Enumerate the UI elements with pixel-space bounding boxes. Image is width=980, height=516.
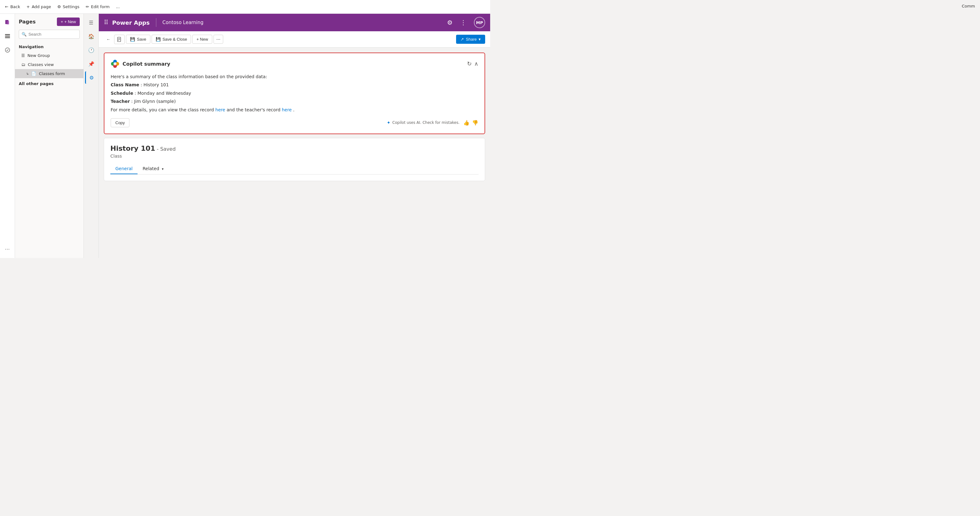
back-label: Back [10,5,20,9]
save-close-label: Save & Close [162,37,187,41]
tab-related-label: Related [143,166,159,171]
new-button-label: + New [64,19,76,24]
right-icon-bar: ☰ 🏠 🕐 📌 ⚙ [84,14,99,258]
record-saved-label: - Saved [157,146,176,152]
all-other-pages-label: All other pages [15,78,83,89]
document-toolbar-icon[interactable] [114,35,125,44]
more-rail-icon[interactable]: ··· [1,243,14,255]
settings-label: Settings [63,5,80,9]
search-input[interactable] [29,32,77,37]
share-button[interactable]: ↗ Share ▾ [456,35,485,44]
schedule-value: Monday and Wednesday [138,91,191,96]
tab-related[interactable]: Related ▾ [138,164,169,174]
classes-view-icon: 🗂 [21,62,25,67]
classes-view-nav-item[interactable]: 🗂 Classes view [15,60,83,69]
svg-point-14 [113,62,116,65]
purple-header: ⠿ Power Apps Contoso Learning ⚙ ⋮ MP [99,14,490,31]
avatar[interactable]: MP [474,17,485,28]
home-right-icon[interactable]: 🏠 [85,30,97,43]
save-button[interactable]: 💾 Save [126,35,150,44]
settings-button[interactable]: ⚙ Settings [57,5,80,9]
more-header-icon[interactable]: ⋮ [460,19,466,26]
back-toolbar-button[interactable]: ← [104,35,113,43]
collapse-copilot-button[interactable]: ∧ [474,61,478,67]
more-toolbar-button[interactable]: ⋯ [213,35,223,44]
class-record-link[interactable]: here [215,107,225,112]
schedule-label: Schedule [111,91,133,96]
copy-label: Copy [115,120,125,125]
tab-general[interactable]: General [110,164,138,174]
tab-general-label: General [115,166,132,171]
add-page-button[interactable]: + Add page [26,5,51,9]
copilot-logo [111,59,119,68]
pages-icon-rail[interactable] [1,16,14,29]
header-divider [156,18,156,27]
toolbar: ← 💾 Save 💾 Save & Close + New ⋯ [99,31,490,48]
classes-form-nav-item[interactable]: ↳ 📄 Classes form [15,69,83,78]
top-bar: ← Back + Add page ⚙ Settings ✏ Edit form… [0,0,490,14]
sidebar-header: Pages + + New [15,18,83,26]
data-icon-rail[interactable] [1,30,14,43]
avatar-initials: MP [476,20,483,25]
settings-header-icon[interactable]: ⚙ [447,19,453,26]
more-options-button[interactable]: ... [116,5,120,9]
save-close-button[interactable]: 💾 Save & Close [152,35,191,44]
app-name: Power Apps [112,19,150,26]
teacher-value: Jim Glynn (sample) [134,99,176,104]
copilot-intro: Here's a summary of the class informatio… [111,73,478,80]
copilot-title: Copilot summary [123,61,170,67]
classes-view-label: Classes view [28,62,54,67]
spark-icon: ✦ [387,120,390,125]
copilot-details: For more details, you can view the class… [111,106,478,113]
svg-rect-1 [6,21,9,24]
new-group-nav-item[interactable]: ☰ New Group [15,51,83,60]
ellipsis-icon: ··· [5,247,10,252]
copilot-class-name: Class Name : History 101 [111,81,478,88]
classes-form-label: Classes form [39,71,65,76]
copilot-disclaimer-area: ✦ Copilot uses AI. Check for mistakes. 👍… [387,120,478,126]
copilot-disclaimer: ✦ Copilot uses AI. Check for mistakes. [387,120,460,125]
save-label: Save [137,37,146,41]
thumbup-button[interactable]: 👍 [463,120,469,126]
svg-rect-2 [5,34,10,35]
record-title: History 101 [110,145,155,152]
record-subtitle: Class [110,154,479,159]
copilot-title-row: Copilot summary [111,59,170,68]
disclaimer-text: Copilot uses AI. Check for mistakes. [392,120,460,125]
plus-icon: + [60,19,63,24]
content-area: ⠿ Power Apps Contoso Learning ⚙ ⋮ MP ← [99,14,490,258]
refresh-copilot-button[interactable]: ↻ [467,61,472,67]
copilot-card: Copilot summary ↻ ∧ Here's a summary of … [104,53,485,134]
hamburger-right-icon[interactable]: ☰ [85,16,97,29]
record-title-row: History 101 - Saved [110,145,479,152]
search-icon: 🔍 [22,32,27,37]
new-toolbar-button[interactable]: + New [192,35,212,44]
share-icon: ↗ [460,37,464,41]
gear-icon: ⚙ [57,5,61,9]
waffle-icon[interactable]: ⠿ [104,19,108,26]
navigation-label: Navigation [15,43,83,51]
back-button[interactable]: ← Back [5,5,20,9]
history-right-icon[interactable]: 🕐 [85,44,97,56]
search-box[interactable]: 🔍 [19,30,80,39]
thumbdown-button[interactable]: 👎 [472,120,478,126]
settings-right-icon[interactable]: ⚙ [85,71,97,84]
teacher-record-link[interactable]: here [282,107,292,112]
feedback-buttons: 👍 👎 [463,120,478,126]
add-icon: + [26,5,30,9]
class-name-value: History 101 [143,82,169,87]
teacher-label: Teacher [111,99,130,104]
copy-button[interactable]: Copy [111,118,129,127]
new-button[interactable]: + + New [57,18,80,26]
icon-rail: ··· [0,14,15,258]
pin-right-icon[interactable]: 📌 [85,57,97,70]
class-name-sep: : [141,82,143,87]
arrow-icon: ↳ [26,72,29,75]
automation-icon-rail[interactable] [1,44,14,56]
edit-form-button[interactable]: ✏ Edit form [86,5,110,9]
sidebar-title: Pages [19,19,36,25]
record-tabs: General Related ▾ [110,164,479,175]
add-page-label: Add page [32,5,51,9]
edit-form-label: Edit form [91,5,110,9]
class-name-label: Class Name [111,82,139,87]
